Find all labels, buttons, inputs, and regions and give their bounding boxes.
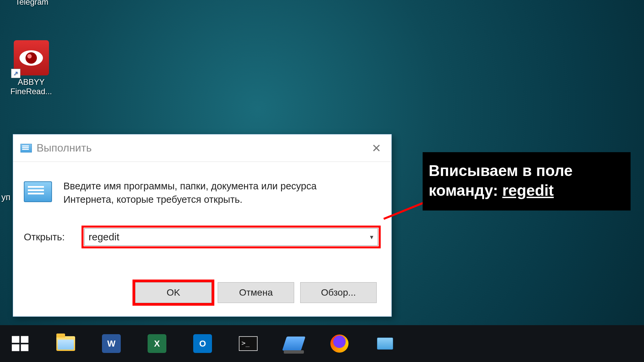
desktop-icon-partial-label: уп — [1, 192, 10, 202]
open-input[interactable] — [84, 228, 378, 246]
taskbar-excel[interactable]: X — [145, 331, 169, 356]
taskbar-file-explorer[interactable] — [54, 331, 78, 356]
taskbar-firefox[interactable] — [327, 331, 352, 356]
dialog-description: Введите имя программы, папки, документа … — [63, 179, 342, 206]
scanner-icon — [282, 337, 306, 351]
taskbar-scanner[interactable] — [282, 331, 306, 356]
ok-button[interactable]: OK — [135, 282, 212, 303]
open-combobox-highlight: ▾ — [82, 226, 381, 248]
outlook-icon: O — [193, 334, 212, 353]
svg-rect-1 — [21, 336, 29, 343]
shortcut-arrow-icon: ↗ — [11, 69, 20, 78]
annotation-callout: Вписываем в поле команду: regedit — [423, 152, 631, 210]
start-button[interactable] — [8, 331, 32, 356]
taskbar-run[interactable] — [373, 331, 397, 356]
dialog-title: Выполнить — [37, 142, 92, 154]
firefox-icon — [330, 335, 348, 353]
svg-rect-2 — [12, 344, 19, 351]
run-dialog: Выполнить ✕ Введите имя программы, папки… — [13, 134, 392, 317]
browse-button[interactable]: Обзор... — [300, 282, 377, 303]
folder-icon — [56, 336, 75, 351]
run-app-icon — [20, 144, 32, 153]
taskbar-word[interactable]: W — [99, 331, 123, 356]
run-icon — [377, 338, 393, 350]
annotation-line2-prefix: команду: — [429, 182, 502, 199]
excel-icon: X — [148, 334, 166, 353]
desktop-icon-telegram[interactable]: Telegram — [7, 0, 57, 7]
svg-rect-3 — [21, 344, 29, 351]
word-icon: W — [102, 334, 121, 353]
cancel-button[interactable]: Отмена — [218, 282, 294, 303]
abbyy-icon: ↗ — [14, 40, 49, 75]
titlebar[interactable]: Выполнить ✕ — [13, 134, 391, 162]
desktop-icon-abbyy[interactable]: ↗ ABBYY FineRead... — [6, 40, 56, 96]
taskbar-command-prompt[interactable] — [236, 331, 260, 356]
annotation-command: regedit — [502, 182, 554, 199]
taskbar-outlook[interactable]: O — [191, 331, 215, 356]
close-icon: ✕ — [372, 141, 381, 155]
terminal-icon — [239, 336, 258, 351]
dialog-button-row: OK Отмена Обзор... — [135, 282, 377, 303]
svg-rect-0 — [12, 336, 19, 343]
annotation-line1: Вписываем в поле — [429, 162, 573, 179]
taskbar: W X O — [0, 325, 644, 362]
close-button[interactable]: ✕ — [365, 139, 388, 158]
desktop-icon-label: Telegram — [15, 0, 49, 6]
open-label: Открыть: — [24, 232, 72, 243]
windows-logo-icon — [11, 335, 29, 353]
run-dialog-icon — [24, 181, 52, 202]
desktop-icon-label: ABBYY FineRead... — [10, 77, 52, 96]
